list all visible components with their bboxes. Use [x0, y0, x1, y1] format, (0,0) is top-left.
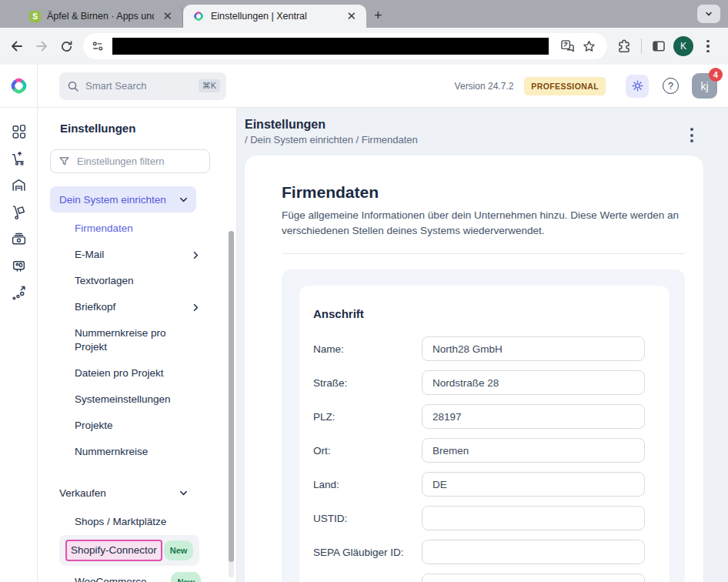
nav-group-dein-system-einrichten[interactable]: Dein System einrichten: [50, 186, 196, 212]
tab-list-button[interactable]: [697, 5, 720, 23]
apps-icon[interactable]: [11, 123, 27, 139]
input-plz[interactable]: [422, 404, 645, 429]
side-panel-button[interactable]: [646, 34, 671, 59]
sidebar-item-e-mail[interactable]: E-Mail: [50, 242, 209, 268]
form-row-eori-nummer: EORI Nummer:: [313, 574, 670, 582]
translate-button[interactable]: [556, 35, 578, 57]
nav-group-verkaufen[interactable]: Verkaufen: [50, 480, 196, 506]
browser-tab-shopify[interactable]: S Äpfel & Birnen · Apps und Ver ✕: [20, 5, 183, 28]
address-form: Name:Straße:PLZ:Ort:Land:USTID:SEPA Gläu…: [313, 336, 670, 582]
money-icon[interactable]: [11, 231, 27, 247]
gear-icon: [631, 79, 644, 92]
warehouse-icon[interactable]: [11, 177, 27, 193]
settings-sidebar: Einstellungen Dein System einrichtenFirm…: [38, 108, 237, 582]
chevron-right-icon: [191, 250, 201, 260]
sidebar-item-systemeinstellungen[interactable]: Systemeinstellungen: [50, 386, 209, 413]
field-label: Ort:: [313, 445, 422, 457]
pos-icon[interactable]: [11, 258, 27, 274]
forward-arrow-icon: [34, 38, 49, 54]
trend-icon[interactable]: [11, 285, 27, 301]
sidebar-item-dateien-pro-projekt[interactable]: Dateien pro Projekt: [50, 360, 209, 386]
browser-toolbar: K: [0, 28, 728, 65]
section-title: Anschrift: [313, 307, 670, 320]
form-panel: Anschrift Name:Straße:PLZ:Ort:Land:USTID…: [282, 269, 685, 582]
page-menu-button[interactable]: [690, 128, 693, 142]
forward-button[interactable]: [29, 34, 54, 59]
shopify-favicon: S: [29, 11, 41, 22]
settings-nav: Dein System einrichtenFirmendatenE-MailT…: [50, 186, 236, 582]
field-label: SEPA Gläubiger ID:: [313, 547, 422, 558]
sidebar-item-nummernkreise-pro-projekt[interactable]: Nummernkreise pro Projekt: [50, 320, 209, 360]
settings-filter[interactable]: [50, 149, 210, 173]
sidebar-item-shopify-connector[interactable]: Shopify-ConnectorNew: [59, 535, 199, 566]
browser-menu-button[interactable]: [696, 34, 720, 59]
chrome-profile-button[interactable]: K: [671, 34, 696, 59]
input-sepa-gläubiger-id[interactable]: [422, 540, 645, 564]
chevron-down-icon: [179, 488, 189, 498]
help-button[interactable]: ?: [663, 78, 679, 94]
xentral-favicon: [192, 10, 205, 22]
extensions-button[interactable]: [612, 34, 636, 59]
form-row-land: Land:: [313, 472, 670, 497]
user-avatar[interactable]: kj 4: [692, 73, 717, 99]
tab-title: Äpfel & Birnen · Apps und Ver: [47, 11, 154, 22]
input-land[interactable]: [422, 472, 645, 497]
input-ustid[interactable]: [422, 506, 645, 530]
sidebar-item-firmendaten[interactable]: Firmendaten: [50, 216, 209, 242]
sidebar-item-nummernkreise[interactable]: Nummernkreise: [50, 439, 209, 465]
search-input[interactable]: [85, 80, 192, 92]
cart-up-icon[interactable]: [11, 150, 27, 166]
sidebar-item-textvorlagen[interactable]: Textvorlagen: [50, 268, 209, 294]
side-panel-icon: [651, 38, 666, 54]
plan-badge: PROFESSIONAL: [524, 77, 606, 95]
funnel-icon: [58, 156, 70, 167]
back-button[interactable]: [5, 34, 29, 59]
field-label: Straße:: [313, 377, 422, 389]
sidebar-item-briefkopf[interactable]: Briefkopf: [50, 294, 209, 320]
sidebar-scrollbar[interactable]: [229, 231, 234, 577]
field-label: USTID:: [313, 513, 422, 524]
input-ort[interactable]: [422, 438, 645, 463]
card-title: Firmendaten: [282, 183, 685, 202]
profile-avatar: K: [673, 36, 693, 56]
sidebar-item-shops-marktplätze[interactable]: Shops / Marktplätze: [50, 509, 209, 535]
browser-window: S Äpfel & Birnen · Apps und Ver ✕ Einste…: [0, 0, 728, 65]
notification-badge: 4: [709, 68, 723, 82]
puzzle-icon: [616, 38, 632, 54]
reload-icon: [59, 39, 74, 54]
browser-tab-xentral[interactable]: Einstellungen | Xentral ✕: [183, 5, 366, 28]
smart-search[interactable]: ⌘K: [59, 72, 226, 100]
close-tab-icon[interactable]: ✕: [160, 9, 175, 23]
field-label: Land:: [313, 479, 422, 490]
sidebar-item-woocommerce[interactable]: WooCommerce-New: [50, 566, 209, 582]
input-name[interactable]: [422, 336, 645, 361]
handtruck-icon[interactable]: [11, 204, 27, 220]
address-bar[interactable]: [83, 33, 607, 59]
scrollbar-thumb[interactable]: [229, 231, 234, 562]
filter-input[interactable]: [77, 156, 202, 167]
new-badge: New: [171, 572, 201, 582]
bookmark-button[interactable]: [578, 35, 599, 57]
reload-button[interactable]: [54, 34, 78, 59]
site-settings-icon[interactable]: [88, 36, 108, 56]
input-eori-nummer[interactable]: [422, 574, 645, 582]
search-icon: [67, 80, 79, 92]
field-label: PLZ:: [313, 411, 422, 423]
chevron-right-icon: [191, 303, 201, 313]
sidebar-item-projekte[interactable]: Projekte: [50, 413, 209, 439]
form-row-ort: Ort:: [313, 438, 670, 463]
xentral-logo[interactable]: [0, 65, 38, 107]
breadcrumb: / Dein System einrichten / Firmendaten: [245, 134, 728, 146]
card-description: Füge allgemeine Informationen über dein …: [282, 208, 683, 238]
search-shortcut: ⌘K: [199, 79, 220, 92]
close-tab-icon[interactable]: ✕: [344, 9, 359, 23]
nav-rail: [0, 108, 38, 582]
form-row-plz: PLZ:: [313, 404, 670, 429]
settings-button[interactable]: [626, 75, 649, 98]
input-straße[interactable]: [422, 370, 645, 395]
star-icon: [582, 39, 596, 54]
version-label: Version 24.7.2: [455, 81, 514, 92]
new-badge: New: [164, 540, 194, 560]
new-tab-button[interactable]: +: [374, 8, 382, 24]
form-row-straße: Straße:: [313, 370, 670, 395]
